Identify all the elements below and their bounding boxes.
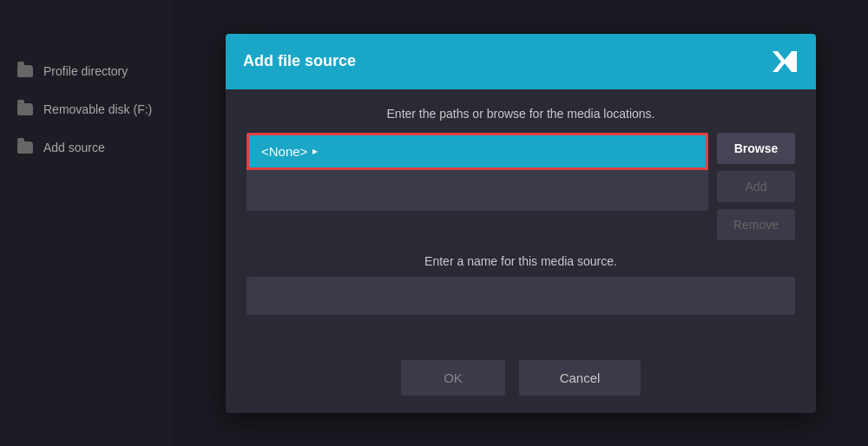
- sidebar-item-label: Profile directory: [43, 64, 128, 78]
- dialog-title: Add file source: [243, 52, 356, 70]
- sidebar-item-label: Removable disk (F:): [43, 102, 152, 116]
- sidebar-item-add-source[interactable]: Add source: [0, 128, 174, 167]
- path-list-area[interactable]: <None> ▸: [247, 133, 708, 211]
- svg-marker-0: [773, 51, 797, 72]
- add-button[interactable]: Add: [717, 171, 795, 202]
- dialog-footer: OK Cancel: [226, 346, 816, 413]
- cursor-indicator: ▸: [312, 145, 318, 157]
- remove-button[interactable]: Remove: [717, 209, 795, 240]
- folder-icon: [17, 65, 33, 77]
- dialog-header: Add file source: [226, 34, 816, 89]
- sidebar-item-removable-disk[interactable]: Removable disk (F:): [0, 90, 174, 128]
- path-buttons: Browse Add Remove: [717, 133, 795, 240]
- sidebar: Profile directory Removable disk (F:) Ad…: [0, 0, 174, 446]
- path-none-label: <None>: [261, 144, 307, 159]
- main-content: Add file source Enter the paths or brows…: [174, 0, 868, 446]
- folder-icon: [17, 141, 33, 154]
- sidebar-item-profile-directory[interactable]: Profile directory: [0, 52, 174, 90]
- folder-icon: [17, 103, 33, 115]
- name-instruction: Enter a name for this media source.: [247, 254, 795, 268]
- cancel-button[interactable]: Cancel: [519, 360, 641, 396]
- instruction-text-1: Enter the paths or browse for the media …: [247, 107, 795, 121]
- browse-button[interactable]: Browse: [717, 133, 795, 164]
- add-file-source-dialog: Add file source Enter the paths or brows…: [226, 34, 816, 413]
- dialog-body: Enter the paths or browse for the media …: [226, 89, 816, 346]
- path-item-none[interactable]: <None> ▸: [247, 133, 708, 170]
- path-row: <None> ▸ Browse Add Remove: [247, 133, 795, 240]
- name-section: Enter a name for this media source.: [247, 254, 795, 315]
- media-source-name-input[interactable]: [247, 277, 795, 315]
- ok-button[interactable]: OK: [401, 360, 505, 396]
- kodi-logo: [767, 46, 799, 77]
- sidebar-item-label: Add source: [43, 141, 105, 154]
